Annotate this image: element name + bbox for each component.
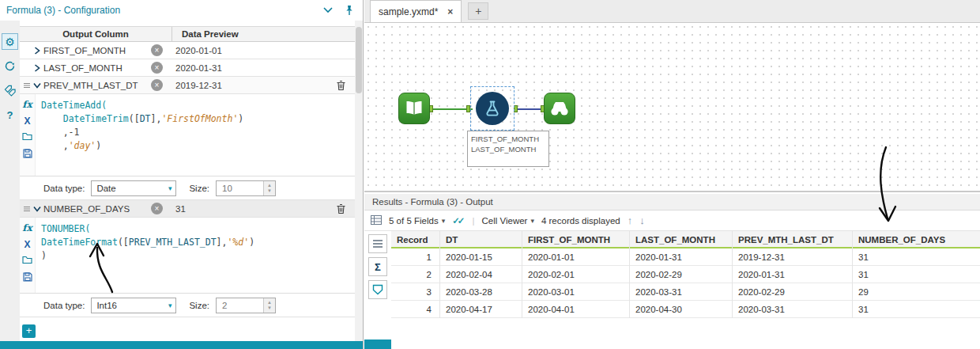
chevron-down-icon[interactable] <box>31 82 43 89</box>
results-toolbar: 5 of 5 Fields ▾ ✓✓ | Cell Viewer ▾ 4 rec… <box>364 211 980 231</box>
gear-icon[interactable]: ⚙ <box>2 33 18 50</box>
size-value: 2 <box>217 301 263 310</box>
table-cell: 2020-04-17 <box>440 301 522 318</box>
drag-handle-icon[interactable] <box>23 82 31 89</box>
chevron-right-icon[interactable] <box>31 64 43 72</box>
functions-icon[interactable]: fx <box>22 99 32 110</box>
results-table-body: 12020-01-152020-01-012020-01-312019-12-3… <box>391 248 980 318</box>
output-column-name: NUMBER_OF_DAYS <box>43 204 145 214</box>
save-icon[interactable] <box>23 149 32 161</box>
results-header-cell[interactable]: LAST_OF_MONTH <box>630 231 733 248</box>
spinner-stepper[interactable]: ▲▼ <box>263 298 275 313</box>
code-token: DT <box>140 113 151 124</box>
variables-icon[interactable]: X <box>24 239 30 250</box>
browse-tool[interactable] <box>544 93 575 124</box>
remove-icon[interactable]: × <box>151 203 163 214</box>
table-row[interactable]: 12020-01-152020-01-012020-01-312019-12-3… <box>391 248 980 266</box>
results-header-cell[interactable]: PREV_MTH_LAST_DT <box>733 231 853 248</box>
cell-viewer-dropdown[interactable]: Cell Viewer ▾ <box>481 216 533 226</box>
trash-icon[interactable] <box>333 203 349 214</box>
fields-dropdown[interactable]: 5 of 5 Fields ▾ <box>389 216 445 226</box>
results-header-row: RecordDTFIRST_OF_MONTHLAST_OF_MONTHPREV_… <box>391 231 980 248</box>
expression-editor[interactable]: fx X DateTimeAdd( DateTimeTrim([DT],'Fir… <box>20 94 355 176</box>
results-header-cell[interactable]: DT <box>440 231 522 248</box>
output-column-row[interactable]: LAST_OF_MONTH × 2020-01-31 <box>20 59 355 77</box>
workflow-canvas[interactable]: FIRST_OF_MONTH LAST_OF_MONTH <box>364 23 980 192</box>
close-tab-icon[interactable]: × <box>447 6 453 17</box>
output-column-name: FIRST_OF_MONTH <box>43 46 145 55</box>
editor-icon-strip: fx X <box>20 218 36 293</box>
chevron-down-icon[interactable] <box>31 206 43 212</box>
size-input[interactable]: 10 ▲▼ <box>216 180 276 196</box>
table-cell: 31 <box>853 266 980 283</box>
configuration-header: Formula (3) - Configuration <box>0 0 363 21</box>
chevron-down-icon: ▾ <box>530 217 534 225</box>
data-type-dropdown[interactable]: Int16 ▾ <box>91 298 176 313</box>
expression-editor[interactable]: fx X TONUMBER(DateTimeFormat([PREV_MTH_L… <box>20 218 355 294</box>
scrollbar-thumb[interactable] <box>356 27 362 93</box>
folder-icon[interactable] <box>22 132 32 143</box>
output-column-row[interactable]: FIRST_OF_MONTH × 2020-01-01 <box>20 42 355 59</box>
add-column-button[interactable]: + <box>22 324 36 338</box>
results-body: Σ RecordDTFIRST_OF_MONTHLAST_OF_MONTHPRE… <box>364 231 980 349</box>
tag-icon[interactable] <box>2 82 18 99</box>
shape-view-button[interactable] <box>368 280 387 299</box>
binoculars-icon <box>549 100 570 117</box>
formula-tool[interactable] <box>476 92 509 125</box>
table-row[interactable]: 42020-04-172020-04-012020-04-302020-03-3… <box>391 301 980 318</box>
table-cell: 2020-02-04 <box>440 266 522 283</box>
toolbar-separator: | <box>472 216 474 226</box>
save-icon[interactable] <box>23 272 32 284</box>
output-column-row[interactable]: NUMBER_OF_DAYS × 31 <box>20 200 355 218</box>
code-line: TONUMBER( <box>41 222 352 236</box>
code-token: TONUMBER( <box>41 223 90 234</box>
variables-icon[interactable]: X <box>24 116 30 127</box>
new-tab-button[interactable]: + <box>468 2 488 20</box>
arrow-down-icon[interactable]: ↓ <box>639 214 645 226</box>
help-icon[interactable]: ? <box>2 107 18 123</box>
results-header-cell[interactable]: NUMBER_OF_DAYS <box>853 231 980 248</box>
config-scrollbar[interactable] <box>355 21 363 341</box>
table-row[interactable]: 32020-03-282020-03-012020-03-312020-02-2… <box>391 283 980 301</box>
chevron-right-icon[interactable] <box>31 47 43 55</box>
table-cell: 2020-02-01 <box>522 266 630 283</box>
tool-annotation[interactable]: FIRST_OF_MONTH LAST_OF_MONTH <box>467 131 549 167</box>
collapse-chevron-icon[interactable] <box>323 7 333 13</box>
code-token: ([ <box>118 237 129 248</box>
sigma-icon: Σ <box>375 261 381 273</box>
size-input[interactable]: 2 ▲▼ <box>216 298 276 313</box>
data-type-dropdown[interactable]: Date ▾ <box>91 180 176 196</box>
functions-icon[interactable]: fx <box>22 222 32 233</box>
input-data-tool[interactable] <box>398 93 430 124</box>
workflow-tab[interactable]: sample.yxmd* × <box>370 0 462 22</box>
drag-handle-icon[interactable] <box>23 206 31 212</box>
results-title-bar: Results - Formula (3) - Output <box>364 194 980 211</box>
trash-icon[interactable] <box>333 80 349 91</box>
annotation-line: LAST_OF_MONTH <box>471 144 545 154</box>
results-header-cell[interactable]: FIRST_OF_MONTH <box>522 231 630 248</box>
pin-icon[interactable] <box>344 5 355 16</box>
rows-view-button[interactable] <box>368 234 387 253</box>
metadata-view-button[interactable]: Σ <box>368 257 387 276</box>
expression-code[interactable]: DateTimeAdd( DateTimeTrim([DT],'FirstOfM… <box>36 94 355 176</box>
table-cell: 2020-03-31 <box>630 283 733 301</box>
spinner-stepper[interactable]: ▲▼ <box>263 181 275 195</box>
data-type-value: Int16 <box>96 301 117 310</box>
table-cell: 2019-12-31 <box>733 248 853 266</box>
table-cell: 3 <box>391 283 440 301</box>
folder-icon[interactable] <box>22 256 32 267</box>
remove-icon[interactable]: × <box>151 62 163 74</box>
table-row[interactable]: 22020-02-042020-02-012020-02-292020-01-3… <box>391 266 980 283</box>
refresh-icon[interactable] <box>2 58 18 74</box>
apply-checks-icon[interactable]: ✓✓ <box>452 215 462 226</box>
results-header-cell[interactable]: Record <box>391 231 440 248</box>
arrow-up-icon[interactable]: ↑ <box>628 214 633 226</box>
columns-icon[interactable] <box>371 215 382 226</box>
remove-icon[interactable]: × <box>151 44 163 56</box>
expression-code[interactable]: TONUMBER(DateTimeFormat([PREV_MTH_LAST_D… <box>36 218 355 293</box>
code-token: ], <box>217 237 228 248</box>
output-column-row[interactable]: PREV_MTH_LAST_DT × 2019-12-31 <box>20 77 355 94</box>
results-view-strip: Σ <box>364 231 391 349</box>
chevron-down-icon: ▾ <box>168 184 172 192</box>
remove-icon[interactable]: × <box>151 79 163 91</box>
